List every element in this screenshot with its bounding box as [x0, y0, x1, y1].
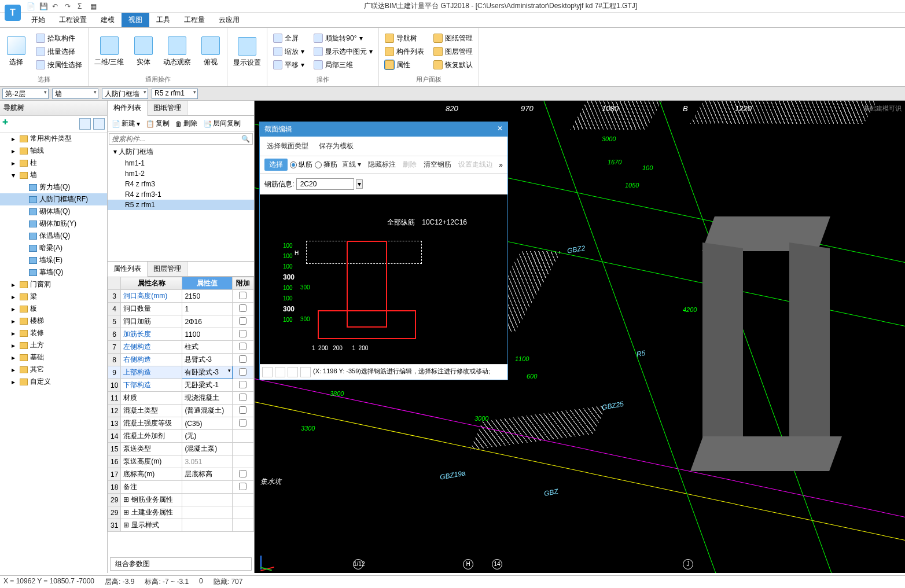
search-icon[interactable]: 🔍: [241, 135, 250, 143]
snap-perp-icon[interactable]: [288, 367, 298, 377]
layer-mgr-button[interactable]: 图层管理: [431, 46, 475, 58]
tree-row[interactable]: ▾墙: [0, 169, 107, 181]
prop-name[interactable]: 备注: [121, 481, 182, 494]
snap-mid-icon[interactable]: [275, 367, 285, 377]
prop-value[interactable]: (普通混凝土): [182, 405, 233, 417]
category-combo[interactable]: 墙: [52, 89, 98, 99]
tab-layers[interactable]: 图层管理: [148, 262, 187, 276]
rebar-info-input[interactable]: [296, 178, 354, 190]
list-item[interactable]: R4 z rfm3-1: [108, 189, 254, 200]
display-settings-button[interactable]: 显示设置: [231, 35, 263, 70]
list-item[interactable]: R4 z rfm3: [108, 179, 254, 189]
attr-select-button[interactable]: 按属性选择: [34, 59, 84, 71]
prop-add-checkbox[interactable]: [239, 470, 247, 477]
navtree-button[interactable]: 导航树: [382, 32, 426, 45]
restore-default-button[interactable]: 恢复默认: [431, 59, 475, 71]
tree-row[interactable]: 砌体墙(Q): [0, 205, 107, 218]
tree-row[interactable]: ▸轴线: [0, 145, 107, 157]
tree-row[interactable]: ▸板: [0, 303, 107, 315]
tree-row[interactable]: ▸门窗洞: [0, 278, 107, 291]
prop-value[interactable]: (无): [182, 430, 233, 443]
prop-name[interactable]: 上部构造: [121, 366, 182, 379]
prop-add-checkbox[interactable]: [239, 419, 247, 427]
prop-name[interactable]: 洞口数量: [121, 303, 182, 315]
tree-row[interactable]: 墙垛(E): [0, 254, 107, 266]
rotate90-button[interactable]: 顺旋转90° ▾: [311, 32, 375, 45]
prop-add-checkbox[interactable]: [239, 483, 247, 490]
prop-name[interactable]: ⊞ 钢筋业务属性: [121, 494, 182, 506]
expand-icon[interactable]: ▸: [12, 329, 17, 337]
tree-row[interactable]: 砌体加筋(Y): [0, 218, 107, 230]
tree-row[interactable]: ▸装修: [0, 327, 107, 339]
col-value[interactable]: 属性值: [182, 277, 233, 290]
chevron-right-icon[interactable]: »: [499, 161, 503, 169]
prop-value[interactable]: 1100: [182, 328, 233, 341]
qat-form-icon[interactable]: ▦: [90, 2, 98, 10]
copy-button[interactable]: 📋 复制: [144, 117, 172, 130]
tree-row[interactable]: ▸自定义: [0, 376, 107, 388]
select-mode-button[interactable]: 选择: [264, 159, 288, 171]
solid-button[interactable]: 实体: [131, 34, 156, 69]
tab-props[interactable]: 属性列表: [108, 262, 148, 277]
prop-add-checkbox[interactable]: [239, 368, 247, 376]
search-input[interactable]: 🔍: [109, 133, 253, 145]
fullscreen-button[interactable]: 全屏: [271, 32, 307, 45]
prop-value[interactable]: 悬臂式-3: [182, 354, 233, 366]
select-button[interactable]: 选择: [3, 34, 29, 69]
prop-value[interactable]: 无卧梁式-1: [182, 379, 233, 392]
orbit-button[interactable]: 动态观察: [161, 34, 193, 69]
list-item[interactable]: R5 z rfm1: [108, 200, 254, 210]
prop-value[interactable]: 柱式: [182, 341, 233, 354]
show-selected-button[interactable]: 显示选中图元 ▾: [311, 46, 375, 58]
prop-value[interactable]: [182, 494, 233, 506]
snap-endpoint-icon[interactable]: [262, 367, 273, 377]
snap-center-icon[interactable]: [300, 367, 311, 377]
prop-value[interactable]: 2150: [182, 290, 233, 303]
tree-row[interactable]: ▸柱: [0, 157, 107, 169]
layer-copy-button[interactable]: 📑 层间复制: [201, 117, 243, 130]
pan-button[interactable]: 平移 ▾: [271, 59, 307, 71]
expand-icon[interactable]: ▸: [12, 305, 17, 313]
tree-row[interactable]: ▸土方: [0, 339, 107, 351]
prop-name[interactable]: 加筋长度: [121, 328, 182, 341]
qat-save-icon[interactable]: 💾: [39, 2, 47, 10]
tab-drawing-mgr[interactable]: 图纸管理: [148, 101, 187, 115]
viewport-3d[interactable]: 1670 3000 4200 3800 3000 1100 600 1050 3…: [255, 101, 905, 573]
prop-name[interactable]: 泵送类型: [121, 443, 182, 455]
prop-name[interactable]: 右侧构造: [121, 354, 182, 366]
prop-name[interactable]: 洞口加筋: [121, 315, 182, 328]
prop-add-checkbox[interactable]: [239, 292, 247, 299]
col-name[interactable]: 属性名称: [121, 277, 182, 290]
expand-icon[interactable]: ▸: [12, 147, 17, 155]
prop-name[interactable]: 下部构造: [121, 379, 182, 392]
prop-value[interactable]: [182, 506, 233, 519]
line-button[interactable]: 直线 ▾: [340, 159, 363, 171]
expand-icon[interactable]: ▸: [12, 341, 17, 350]
prop-add-checkbox[interactable]: [239, 394, 247, 401]
pick-element-button[interactable]: 拾取构件: [34, 32, 84, 45]
prop-name[interactable]: 泵送高度(m): [121, 455, 182, 468]
comp-list-button[interactable]: 构件列表: [382, 46, 426, 58]
menu-cloud[interactable]: 云应用: [212, 13, 247, 27]
add-icon[interactable]: ✚: [2, 118, 8, 130]
zoom-button[interactable]: 缩放 ▾: [271, 46, 307, 58]
prop-add-checkbox[interactable]: [239, 355, 247, 363]
clear-rebar-button[interactable]: 清空钢筋: [421, 159, 454, 171]
prop-value[interactable]: (混凝土泵): [182, 443, 233, 455]
menu-start[interactable]: 开始: [24, 13, 52, 27]
tree-row[interactable]: 剪力墙(Q): [0, 181, 107, 193]
prop-value[interactable]: 3.051: [182, 455, 233, 468]
prop-add-checkbox[interactable]: [239, 304, 247, 312]
prop-name[interactable]: 混凝土类型: [121, 405, 182, 417]
batch-select-button[interactable]: 批量选择: [34, 46, 84, 58]
prop-add-checkbox[interactable]: [239, 381, 247, 388]
prop-add-checkbox[interactable]: [239, 343, 247, 350]
subcategory-combo[interactable]: 人防门框墙: [102, 89, 148, 99]
floor-combo[interactable]: 第-2层: [2, 89, 49, 99]
save-template-button[interactable]: 保存为模板: [317, 140, 356, 152]
prop-add-checkbox[interactable]: [239, 317, 247, 325]
prop-name[interactable]: ⊞ 土建业务属性: [121, 506, 182, 519]
prop-value[interactable]: 层底标高: [182, 468, 233, 481]
choose-section-type-button[interactable]: 选择截面类型: [264, 140, 311, 152]
expand-icon[interactable]: ▸: [12, 354, 17, 362]
